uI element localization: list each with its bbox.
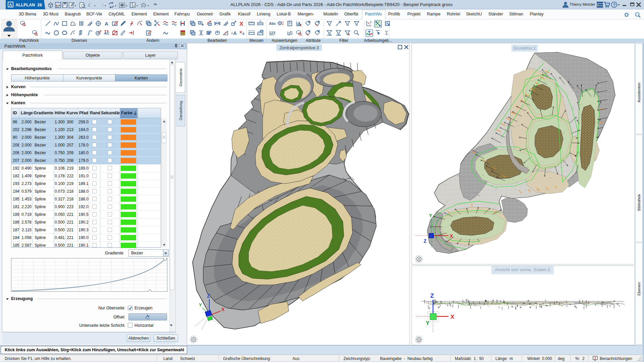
svg-text:Y: Y <box>426 320 430 326</box>
svg-text:X: X <box>450 233 453 239</box>
svg-text:A: A <box>105 21 108 26</box>
svg-text:Abc: Abc <box>269 21 276 25</box>
svg-text:Z: Z <box>424 238 427 244</box>
svg-text:X: X <box>450 314 454 320</box>
svg-text:Z: Z <box>207 293 210 299</box>
svg-text:?: ? <box>613 2 616 7</box>
svg-text:AC: AC <box>104 31 109 35</box>
svg-text:Y: Y <box>199 302 202 307</box>
svg-text:Σ: Σ <box>385 30 388 36</box>
svg-text:123: 123 <box>269 31 275 35</box>
svg-text:X: X <box>239 21 244 27</box>
svg-text:Y: Y <box>429 213 432 218</box>
svg-text:Z: Z <box>430 293 434 299</box>
svg-text:A: A <box>233 31 237 36</box>
svg-text:X: X <box>221 307 225 312</box>
svg-text:Thierry Metzler: Thierry Metzler <box>570 2 595 6</box>
svg-text:A: A <box>231 32 233 35</box>
